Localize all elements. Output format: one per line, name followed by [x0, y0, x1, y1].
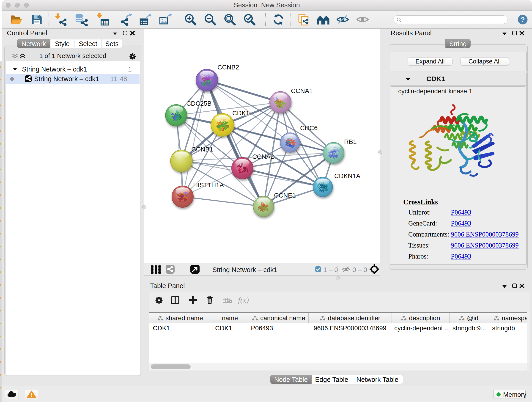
- table-tab-network-table[interactable]: Network Table: [352, 375, 403, 384]
- network-node-HIST1H1A[interactable]: [172, 186, 193, 207]
- add-column-icon[interactable]: [189, 296, 197, 304]
- network-edge-CCNB2-CCNA1[interactable]: [207, 80, 280, 102]
- table-cell[interactable]: 9606.ENSP00000378699: [308, 323, 392, 333]
- zoom-out-button[interactable]: [203, 13, 217, 26]
- network-graph[interactable]: CCNB2CCNA1CDC25BCDK1CDC6RB1CCNB1CCNA2CDK…: [144, 29, 380, 263]
- control-panel-float-window-button[interactable]: [123, 31, 127, 35]
- table-panel-float-menu-button[interactable]: [502, 285, 507, 288]
- import-network-file-button[interactable]: [54, 13, 68, 26]
- network-node-CDC6[interactable]: [280, 133, 300, 153]
- first-neighbors-button[interactable]: [317, 13, 330, 26]
- network-node-CCNA1[interactable]: [270, 91, 291, 113]
- search-input[interactable]: [393, 15, 507, 24]
- network-node-CDKN1A[interactable]: [313, 177, 333, 197]
- cloud-status-button[interactable]: [5, 390, 19, 399]
- network-row[interactable]: String Network – cdk1 11 48: [6, 74, 139, 84]
- collapse-section-icon[interactable]: [405, 77, 411, 81]
- table-cell[interactable]: stringdb: [488, 323, 527, 333]
- table-tab-edge-table[interactable]: Edge Table: [312, 375, 352, 384]
- zoom-selected-button[interactable]: [243, 13, 256, 26]
- column-header-databaseidentifier[interactable]: database identifier: [308, 313, 392, 323]
- network-node-CCNB1[interactable]: [171, 150, 192, 172]
- network-edge-HIST1H1A-CCNE1[interactable]: [183, 197, 264, 206]
- control-panel-close-button[interactable]: [130, 31, 135, 36]
- collapse-all-button[interactable]: Collapse All: [460, 57, 509, 65]
- export-table-button[interactable]: [139, 13, 152, 26]
- table-cell[interactable]: CDK1: [149, 323, 211, 333]
- refresh-button[interactable]: [272, 13, 285, 26]
- network-node-CCNA2[interactable]: [232, 157, 253, 179]
- table-tab-node-table[interactable]: Node Table: [270, 375, 312, 384]
- table-cell[interactable]: P06493: [249, 323, 308, 333]
- network-node-RB1[interactable]: [323, 142, 344, 163]
- zoom-fit-button[interactable]: [223, 13, 236, 26]
- tree-expand-icon[interactable]: [12, 67, 18, 71]
- results-panel-float-window-button[interactable]: [512, 31, 517, 35]
- crosslink-link[interactable]: P06493: [451, 253, 471, 260]
- network-edge-CCNB2-HIST1H1A[interactable]: [183, 80, 207, 197]
- column-header-@id[interactable]: @id: [449, 313, 488, 323]
- network-collection-row[interactable]: String Network – cdk1 1: [6, 64, 139, 74]
- table-cell[interactable]: CDK1: [211, 323, 249, 333]
- memory-button[interactable]: Memory: [493, 390, 526, 399]
- import-table-button[interactable]: [95, 13, 109, 26]
- share-network-icon[interactable]: [166, 265, 175, 274]
- control-tab-select[interactable]: Select: [75, 39, 102, 48]
- crosslink-link[interactable]: 9606.ENSP00000378699: [451, 230, 519, 238]
- crosslink-link[interactable]: P06493: [451, 209, 471, 216]
- control-tab-style[interactable]: Style: [51, 39, 75, 48]
- table-cell[interactable]: cyclin-dependent ...: [392, 323, 449, 333]
- table-row[interactable]: CDK1CDK1P064939606.ENSP00000378699cyclin…: [149, 323, 527, 333]
- table-horizontal-scrollbar[interactable]: [149, 363, 527, 370]
- splitter-handle-left[interactable]: [142, 205, 146, 209]
- results-panel-close-button[interactable]: [519, 31, 525, 36]
- column-header-namespace[interactable]: namespace: [488, 313, 527, 323]
- network-canvas[interactable]: CCNB2CCNA1CDC25BCDK1CDC6RB1CCNB1CCNA2CDK…: [144, 29, 380, 275]
- column-header-name[interactable]: name: [211, 313, 249, 323]
- fit-center-icon[interactable]: [369, 264, 380, 274]
- window-title: Session: New Session: [2, 0, 532, 10]
- selected-checkbox-icon[interactable]: [315, 266, 321, 272]
- control-tab-network[interactable]: Network: [17, 39, 51, 48]
- table-panel-close-button[interactable]: [519, 283, 525, 288]
- crosslink-link[interactable]: 9606.ENSP00000378699: [451, 242, 519, 249]
- table-options-gear-icon[interactable]: [155, 296, 163, 304]
- show-all-button[interactable]: [356, 13, 370, 26]
- import-network-database-button[interactable]: [75, 13, 88, 26]
- results-tab-string[interactable]: String: [445, 39, 471, 48]
- warning-status-button[interactable]: [25, 390, 38, 399]
- network-node-CCNE1[interactable]: [253, 196, 274, 217]
- save-button[interactable]: [30, 13, 43, 26]
- column-header-canonicalname[interactable]: canonical name: [249, 313, 308, 323]
- help-button[interactable]: ?: [518, 14, 528, 25]
- grid-view-icon[interactable]: [151, 265, 161, 274]
- copy-button[interactable]: [297, 13, 310, 26]
- splitter-handle-right[interactable]: [378, 150, 382, 154]
- hidden-eye-icon[interactable]: [341, 266, 351, 273]
- control-tab-sets[interactable]: Sets: [102, 39, 122, 48]
- export-image-button[interactable]: [159, 13, 172, 26]
- column-header-sharedname[interactable]: shared name: [149, 313, 211, 323]
- zoom-in-button[interactable]: [184, 13, 197, 26]
- network-options-gear-icon[interactable]: [129, 53, 136, 60]
- crosslink-link[interactable]: P06493: [451, 220, 471, 227]
- gene-section-header[interactable]: CDK1: [390, 73, 526, 85]
- results-panel-float-menu-button[interactable]: [502, 32, 507, 35]
- network-node-CCNB2[interactable]: [196, 69, 218, 91]
- show-columns-icon[interactable]: [171, 296, 179, 304]
- control-panel-float-menu-button[interactable]: [113, 32, 118, 35]
- scrollbar-thumb[interactable]: [151, 364, 191, 369]
- open-button[interactable]: [9, 13, 23, 26]
- expand-all-button[interactable]: Expand All: [408, 57, 452, 65]
- table-panel-float-window-button[interactable]: [512, 283, 517, 288]
- export-network-button[interactable]: [120, 13, 133, 26]
- detach-view-icon[interactable]: [190, 265, 200, 274]
- splitter-handle-bottom[interactable]: [336, 276, 340, 280]
- hide-selected-button[interactable]: [336, 13, 350, 26]
- delete-column-icon[interactable]: [206, 296, 214, 304]
- network-node-CDK1[interactable]: [211, 114, 234, 136]
- network-node-CDC25B[interactable]: [165, 104, 187, 126]
- table-vertical-scrollbar[interactable]: [527, 313, 530, 363]
- table-cell[interactable]: stringdb:9...: [449, 323, 488, 333]
- column-header-description[interactable]: description: [392, 313, 449, 323]
